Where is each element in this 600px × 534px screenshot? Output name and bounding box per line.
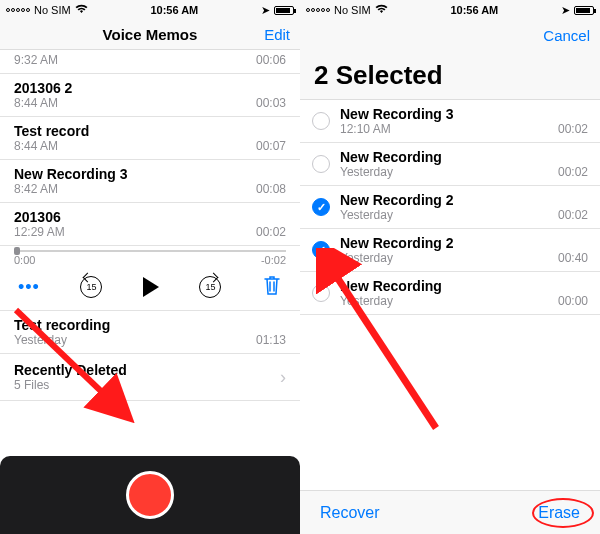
memo-title: 201306 [14, 209, 286, 225]
row-title: New Recording 2 [340, 192, 588, 208]
cellular-signal-icon [6, 8, 30, 12]
play-icon[interactable] [143, 277, 159, 297]
selectable-row[interactable]: New Recording Yesterday00:00 [300, 272, 600, 315]
memo-row[interactable]: 201306 2 8:44 AM 00:03 [0, 74, 300, 117]
memo-duration: 01:13 [256, 333, 286, 347]
page-title: Voice Memos [103, 26, 198, 43]
row-title: New Recording [340, 149, 588, 165]
location-icon: ➤ [261, 4, 270, 17]
memo-time: 8:42 AM [14, 182, 58, 196]
memo-duration: 00:03 [256, 96, 286, 110]
memo-row[interactable]: New Recording 3 8:42 AM 00:08 [0, 160, 300, 203]
recently-deleted-row[interactable]: Recently Deleted 5 Files › [0, 354, 300, 401]
bottom-toolbar: Recover Erase [300, 490, 600, 534]
row-title: New Recording 3 [340, 106, 588, 122]
scrub-track[interactable] [14, 250, 286, 252]
wifi-icon [75, 4, 88, 16]
battery-icon [274, 6, 294, 15]
select-circle-checked-icon[interactable] [312, 241, 330, 259]
memo-time: 8:44 AM [14, 96, 58, 110]
row-dur: 00:02 [558, 122, 588, 136]
memo-title: New Recording 3 [14, 166, 286, 182]
playback-controls: ••• 15 15 [0, 266, 300, 311]
row-sub: Yesterday [340, 165, 393, 179]
trash-icon[interactable] [262, 274, 282, 300]
row-dur: 00:40 [558, 251, 588, 265]
row-title: New Recording [340, 278, 588, 294]
row-dur: 00:00 [558, 294, 588, 308]
row-sub: 12:10 AM [340, 122, 391, 136]
memo-row[interactable]: Test record 8:44 AM 00:07 [0, 117, 300, 160]
scrub-start: 0:00 [14, 254, 35, 266]
playback-scrubber[interactable]: 0:00 -0:02 [0, 246, 300, 266]
more-actions-icon[interactable]: ••• [18, 277, 40, 298]
memo-title: Test recording [14, 317, 286, 333]
record-bar [0, 456, 300, 534]
battery-icon [574, 6, 594, 15]
scrub-thumb[interactable] [14, 247, 20, 255]
erase-button[interactable]: Erase [538, 504, 580, 522]
memo-duration: 00:06 [256, 53, 286, 67]
memo-row[interactable]: 201306 12:29 AM 00:02 [0, 203, 300, 246]
row-sub: Yesterday [340, 294, 393, 308]
memo-time: 12:29 AM [14, 225, 65, 239]
row-title: New Recording 2 [340, 235, 588, 251]
row-dur: 00:02 [558, 208, 588, 222]
status-time: 10:56 AM [450, 4, 498, 16]
selectable-row[interactable]: New Recording 3 12:10 AM00:02 [300, 100, 600, 143]
memo-duration: 00:02 [256, 225, 286, 239]
memo-title: Test record [14, 123, 286, 139]
location-icon: ➤ [561, 4, 570, 17]
skip-back-icon[interactable]: 15 [80, 276, 102, 298]
select-circle-checked-icon[interactable] [312, 198, 330, 216]
select-circle-icon[interactable] [312, 112, 330, 130]
carrier-label: No SIM [34, 4, 71, 16]
chevron-right-icon: › [280, 367, 286, 388]
select-circle-icon[interactable] [312, 284, 330, 302]
row-sub: Yesterday [340, 251, 393, 265]
skip-forward-icon[interactable]: 15 [199, 276, 221, 298]
record-button[interactable] [126, 471, 174, 519]
recover-button[interactable]: Recover [320, 504, 380, 522]
row-sub: Yesterday [340, 208, 393, 222]
status-bar: No SIM 10:56 AM ➤ [0, 0, 300, 20]
recently-deleted-title: Recently Deleted [14, 362, 127, 378]
memo-duration: 00:08 [256, 182, 286, 196]
scrub-end: -0:02 [261, 254, 286, 266]
selection-heading: 2 Selected [300, 50, 600, 100]
memo-time: 8:44 AM [14, 139, 58, 153]
memo-row-partial[interactable]: 9:32 AM 00:06 [0, 50, 300, 74]
recently-deleted-sub: 5 Files [14, 378, 127, 392]
carrier-label: No SIM [334, 4, 371, 16]
cellular-signal-icon [306, 8, 330, 12]
memo-duration: 00:07 [256, 139, 286, 153]
wifi-icon [375, 4, 388, 16]
selectable-row[interactable]: New Recording 2 Yesterday00:40 [300, 229, 600, 272]
selectable-row[interactable]: New Recording 2 Yesterday00:02 [300, 186, 600, 229]
memo-row[interactable]: Test recording Yesterday 01:13 [0, 311, 300, 354]
recently-deleted-edit-pane: No SIM 10:56 AM ➤ Cancel 2 Selected New … [300, 0, 600, 534]
status-bar: No SIM 10:56 AM ➤ [300, 0, 600, 20]
select-circle-icon[interactable] [312, 155, 330, 173]
memo-title: 201306 2 [14, 80, 286, 96]
cancel-button[interactable]: Cancel [543, 27, 590, 44]
nav-bar: Voice Memos Edit [0, 20, 300, 50]
memo-time: Yesterday [14, 333, 67, 347]
nav-bar: Cancel [300, 20, 600, 50]
memo-time: 9:32 AM [14, 53, 58, 67]
status-time: 10:56 AM [150, 4, 198, 16]
selectable-row[interactable]: New Recording Yesterday00:02 [300, 143, 600, 186]
voice-memos-pane: No SIM 10:56 AM ➤ Voice Memos Edit 9:32 … [0, 0, 300, 534]
row-dur: 00:02 [558, 165, 588, 179]
edit-button[interactable]: Edit [264, 26, 290, 43]
